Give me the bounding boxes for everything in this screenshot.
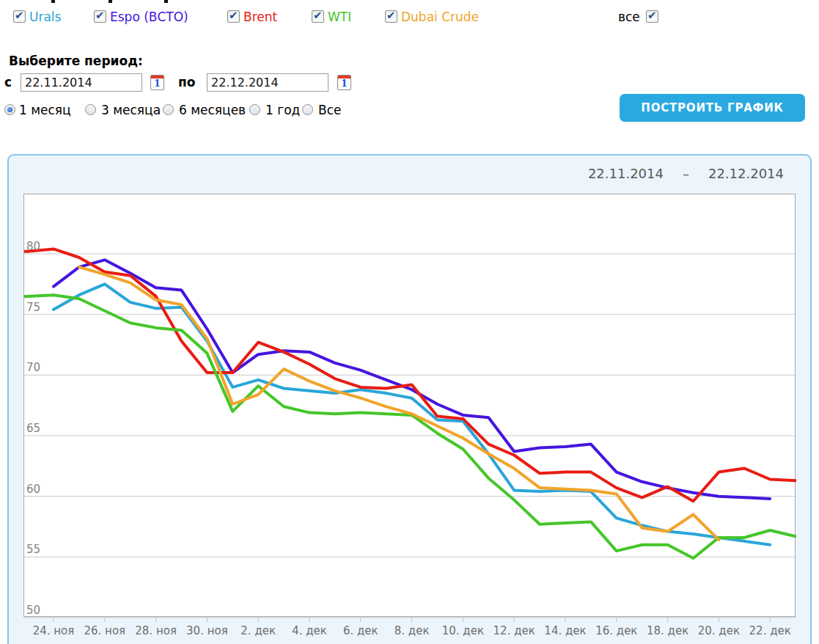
chart-date-range: 22.11.2014 – 22.12.2014: [588, 166, 784, 181]
check-icon: ✔: [15, 9, 24, 22]
x-axis-label: 6. дек: [343, 624, 378, 637]
radio-dot: [7, 107, 12, 112]
plot-area: 8075706560555024. ноя26. ноя28. ноя30. н…: [23, 194, 796, 617]
calendar-icon[interactable]: 1: [150, 75, 164, 90]
series-label[interactable]: Dubai Crude: [401, 10, 479, 24]
series-checkbox[interactable]: ✔: [13, 10, 26, 23]
series-label[interactable]: Urals: [29, 10, 61, 24]
period-radio-label[interactable]: Все: [318, 103, 341, 117]
x-axis-label: 20. дек: [698, 624, 740, 637]
series-line: [2, 295, 796, 558]
line-chart: [24, 194, 796, 631]
cropped-heading-fragment: [164, 0, 168, 3]
chart-panel: 22.11.2014 – 22.12.2014 8075706560555024…: [7, 154, 812, 644]
check-icon: ✔: [386, 9, 396, 22]
y-axis-label: 80: [26, 240, 40, 253]
series-line: [54, 260, 770, 499]
y-axis-label: 60: [26, 483, 40, 496]
x-axis-label: 30. ноя: [186, 624, 228, 637]
series-checkbox[interactable]: ✔: [94, 10, 106, 23]
x-axis-label: 26. ноя: [84, 624, 125, 637]
x-axis-label: 4. дек: [292, 624, 327, 637]
cropped-heading-fragment: [109, 0, 112, 3]
chart-date-to: 22.12.2014: [708, 166, 784, 181]
y-axis-label: 65: [26, 422, 40, 435]
series-label[interactable]: Espo (ВСТО): [110, 10, 188, 24]
chart-date-from: 22.11.2014: [588, 166, 664, 181]
calendar-icon-day: 1: [151, 78, 164, 89]
period-radio-label[interactable]: 6 месяцев: [179, 103, 246, 117]
calendar-icon-day: 1: [338, 78, 350, 89]
period-radio[interactable]: [163, 104, 174, 115]
y-axis-label: 75: [26, 301, 40, 314]
build-chart-button[interactable]: ПОСТРОИТЬ ГРАФИК: [620, 94, 805, 122]
x-axis-label: 2. дек: [240, 624, 276, 637]
x-axis-label: 12. дек: [493, 624, 535, 637]
date-to-input[interactable]: [207, 73, 328, 92]
y-axis-label: 70: [26, 361, 40, 374]
all-series-label[interactable]: все: [618, 10, 640, 24]
series-checkbox[interactable]: ✔: [227, 10, 240, 23]
x-axis-label: 18. дек: [647, 624, 688, 637]
chart-date-dash: –: [683, 166, 689, 181]
check-icon: ✔: [229, 9, 238, 22]
period-radio[interactable]: [302, 104, 313, 115]
x-axis-label: 14. дек: [544, 624, 586, 637]
date-to-label: по: [178, 75, 195, 89]
period-radio-label[interactable]: 1 год: [265, 103, 300, 117]
period-title: Выберите период:: [9, 54, 143, 68]
period-radio-label[interactable]: 3 месяца: [101, 103, 161, 117]
check-icon: ✔: [95, 9, 105, 22]
x-axis-label: 10. дек: [442, 624, 484, 637]
calendar-icon[interactable]: 1: [337, 75, 351, 90]
check-icon: ✔: [313, 9, 323, 22]
check-icon: ✔: [647, 9, 657, 22]
x-axis-label: 8. дек: [394, 624, 430, 637]
period-radio[interactable]: [4, 104, 15, 115]
cropped-heading-fragment: [51, 0, 55, 3]
date-from-input[interactable]: [21, 73, 142, 92]
series-checkbox[interactable]: ✔: [385, 10, 397, 23]
period-radio[interactable]: [249, 104, 260, 115]
series-label[interactable]: Brent: [243, 10, 277, 24]
x-axis-label: 22. дек: [749, 624, 791, 637]
period-radio-label[interactable]: 1 месяц: [19, 103, 71, 117]
series-label[interactable]: WTI: [328, 10, 351, 24]
x-axis-label: 24. ноя: [33, 624, 75, 637]
date-from-label: с: [4, 75, 12, 89]
all-series-checkbox[interactable]: ✔: [646, 10, 658, 23]
y-axis-label: 50: [26, 604, 40, 617]
x-axis-label: 28. ноя: [135, 624, 177, 637]
period-radio[interactable]: [85, 104, 96, 115]
series-checkbox[interactable]: ✔: [312, 10, 324, 23]
y-axis-label: 55: [26, 543, 40, 556]
x-axis-label: 16. дек: [595, 624, 637, 637]
